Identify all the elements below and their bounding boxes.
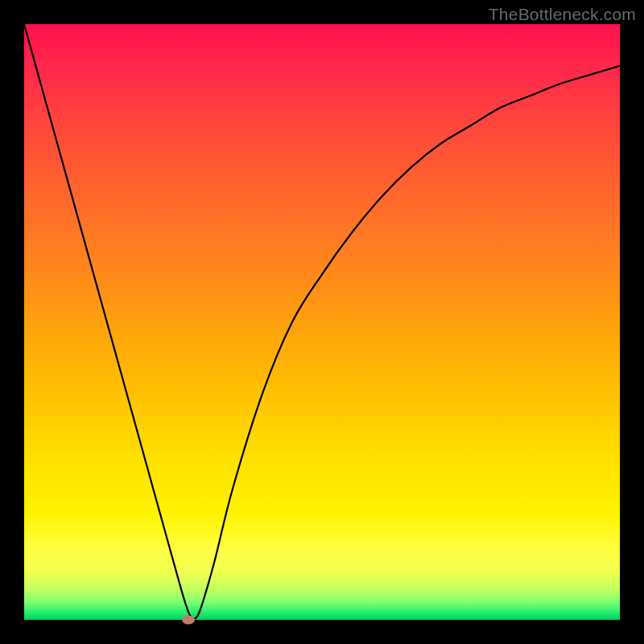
chart-frame: TheBottleneck.com	[0, 0, 644, 644]
curve-path	[24, 24, 620, 619]
watermark-text: TheBottleneck.com	[489, 5, 636, 24]
bottleneck-curve	[24, 24, 620, 620]
plot-area	[24, 24, 620, 620]
minimum-marker	[182, 616, 195, 625]
